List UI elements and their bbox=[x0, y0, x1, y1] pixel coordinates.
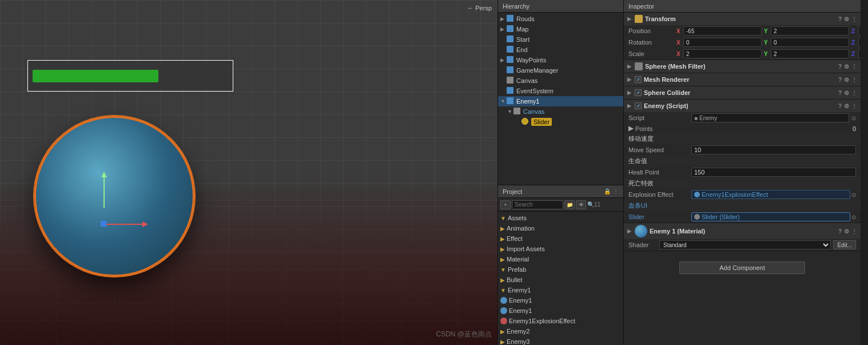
folder-btn[interactable]: 📁 bbox=[564, 200, 575, 209]
hierarchy-item-start[interactable]: ▶ Start bbox=[498, 34, 623, 45]
help-icon[interactable]: ? bbox=[838, 64, 842, 70]
slider-open[interactable]: ⊙ bbox=[851, 214, 856, 220]
scale-z-field: Z bbox=[851, 49, 861, 58]
pos-z-input[interactable] bbox=[858, 26, 861, 35]
eye-btn[interactable]: 👁 bbox=[576, 200, 586, 209]
hierarchy-item-canvas-child[interactable]: ▼ Canvas bbox=[498, 106, 623, 117]
project-prefab[interactable]: ▼ Prefab bbox=[498, 264, 623, 275]
search-input[interactable] bbox=[512, 200, 563, 209]
hierarchy-item-gamemanager[interactable]: ▶ GameManager bbox=[498, 65, 623, 76]
settings-icon[interactable]: ⚙ bbox=[844, 64, 849, 70]
movespeed-row: Move Speed bbox=[624, 144, 861, 156]
project-material[interactable]: ▶ Material bbox=[498, 254, 623, 264]
menu-icon[interactable]: ⋮ bbox=[851, 16, 857, 22]
help-icon[interactable]: ? bbox=[838, 228, 842, 235]
edit-button[interactable]: Edit... bbox=[833, 240, 856, 249]
hierarchy-item-slider[interactable]: ▶ Slider bbox=[498, 117, 623, 127]
rot-z-field: Z bbox=[851, 38, 861, 47]
menu-icon[interactable]: ⋮ bbox=[851, 228, 857, 235]
enemy-script-label: Enemy (Script) bbox=[644, 102, 688, 109]
scale-x-input[interactable] bbox=[683, 49, 762, 58]
project-assets[interactable]: ▼ Assets bbox=[498, 213, 623, 223]
health-bar bbox=[33, 70, 158, 82]
project-effect[interactable]: ▶ Effect bbox=[498, 233, 623, 244]
settings-icon[interactable]: ⚙ bbox=[844, 77, 849, 83]
hierarchy-item-end[interactable]: ▶ End bbox=[498, 45, 623, 55]
help-icon[interactable]: ? bbox=[838, 77, 842, 83]
add-btn[interactable]: + bbox=[500, 200, 511, 209]
menu-icon: ⋮ bbox=[613, 188, 619, 195]
hierarchy-item-enemy1[interactable]: ▼ Enemy1 bbox=[498, 96, 623, 106]
shader-select[interactable]: Standard bbox=[659, 240, 831, 249]
project-enemy1-explosion[interactable]: Enemy1ExplosionEffect bbox=[498, 316, 623, 326]
scale-xyz: X Y Z bbox=[676, 49, 861, 58]
explosion-open[interactable]: ⊙ bbox=[851, 192, 856, 198]
project-enemy3[interactable]: ▶ Enemy3 bbox=[498, 336, 623, 345]
project-enemy2[interactable]: ▶ Enemy2 bbox=[498, 326, 623, 336]
slider-value: Slider (Slider) bbox=[691, 212, 850, 221]
menu-icon[interactable]: ⋮ bbox=[851, 77, 857, 83]
settings-icon[interactable]: ⚙ bbox=[844, 16, 849, 22]
position-xyz: X Y Z bbox=[676, 26, 861, 35]
script-open[interactable]: ⊙ bbox=[851, 115, 856, 121]
enemy-script-header: ▶ ✓ Enemy (Script) ? ⚙ ⋮ bbox=[624, 100, 861, 112]
hierarchy-item-waypoints[interactable]: ▶ WayPoints bbox=[498, 55, 623, 65]
scene-view[interactable]: ← Persp CSDN @蓝色雨点 bbox=[0, 0, 497, 345]
rot-x-input[interactable] bbox=[683, 38, 762, 47]
rot-z-input[interactable] bbox=[858, 38, 861, 47]
right-arrow bbox=[103, 224, 144, 225]
hierarchy-item-map[interactable]: ▶ Map bbox=[498, 24, 623, 34]
sphere-collider-checkbox[interactable]: ✓ bbox=[635, 89, 642, 96]
help-icon[interactable]: ? bbox=[838, 16, 842, 22]
project-bullet[interactable]: ▶ Bullet bbox=[498, 275, 623, 285]
hierarchy-item-canvas-top[interactable]: ▶ Canvas bbox=[498, 76, 623, 86]
settings-icon[interactable]: ⚙ bbox=[844, 90, 849, 96]
scale-z-input[interactable] bbox=[858, 49, 861, 58]
mesh-filter-label: Sphere (Mesh Filter) bbox=[645, 63, 706, 70]
pos-y-input[interactable] bbox=[771, 26, 849, 35]
help-icon[interactable]: ? bbox=[838, 90, 842, 96]
folder-label: Bullet bbox=[507, 276, 523, 283]
hierarchy-item-rouds[interactable]: ▶ Rouds bbox=[498, 14, 623, 24]
z-label: Z bbox=[851, 39, 857, 46]
mesh-renderer-actions: ? ⚙ ⋮ bbox=[838, 77, 857, 83]
sphere-collider-actions: ? ⚙ ⋮ bbox=[838, 90, 857, 96]
add-component-button[interactable]: Add Component bbox=[679, 261, 805, 274]
points-row: ▶ Points 0 bbox=[624, 124, 861, 133]
project-tree[interactable]: ▼ Assets ▶ Animation ▶ Effect ▶ Import A… bbox=[498, 212, 623, 345]
assets-label: Assets bbox=[508, 215, 527, 221]
folder-label: Animation bbox=[507, 225, 535, 232]
project-title: Project bbox=[503, 188, 522, 195]
enemy-script-section: ▶ ✓ Enemy (Script) ? ⚙ ⋮ Script ■ Enemy … bbox=[624, 100, 861, 223]
folder-label: Effect bbox=[507, 235, 523, 242]
hierarchy-item-eventsystem[interactable]: ▶ EventSystem bbox=[498, 86, 623, 96]
pos-x-input[interactable] bbox=[683, 26, 762, 35]
points-foldout[interactable]: ▶ bbox=[628, 125, 633, 132]
explosion-value: Enemy1ExplosionEffect bbox=[691, 190, 850, 199]
enemy-script-checkbox[interactable]: ✓ bbox=[635, 102, 642, 109]
mesh-renderer-checkbox[interactable]: ✓ bbox=[635, 76, 642, 83]
scale-y-input[interactable] bbox=[771, 49, 849, 58]
scale-y-field: Y bbox=[764, 49, 849, 58]
folder-label: Material bbox=[507, 256, 529, 263]
project-enemy1-file2[interactable]: Enemy1 bbox=[498, 306, 623, 316]
settings-icon[interactable]: ⚙ bbox=[844, 228, 849, 235]
scale-row: Scale X Y Z bbox=[624, 48, 861, 60]
movespeed-input[interactable] bbox=[691, 145, 856, 154]
menu-icon[interactable]: ⋮ bbox=[851, 90, 857, 96]
project-animation[interactable]: ▶ Animation bbox=[498, 223, 623, 233]
settings-icon[interactable]: ⚙ bbox=[844, 103, 849, 109]
project-enemy1-folder[interactable]: ▼ Enemy1 bbox=[498, 285, 623, 295]
x-label: X bbox=[676, 39, 682, 46]
menu-icon[interactable]: ⋮ bbox=[851, 103, 857, 109]
project-import-assets[interactable]: ▶ Import Assets bbox=[498, 244, 623, 254]
rotation-label: Rotation bbox=[628, 39, 674, 46]
menu-icon[interactable]: ⋮ bbox=[851, 64, 857, 70]
health-input[interactable] bbox=[691, 168, 856, 177]
hierarchy-list[interactable]: ▶ Rouds ▶ Map ▶ Start ▶ End ▶ bbox=[498, 13, 623, 185]
project-enemy1-file1[interactable]: Enemy1 bbox=[498, 295, 623, 306]
mesh-filter-icon bbox=[635, 62, 643, 70]
help-icon[interactable]: ? bbox=[838, 103, 842, 109]
rot-y-input[interactable] bbox=[771, 38, 849, 47]
file-label: Enemy1 bbox=[509, 297, 532, 304]
